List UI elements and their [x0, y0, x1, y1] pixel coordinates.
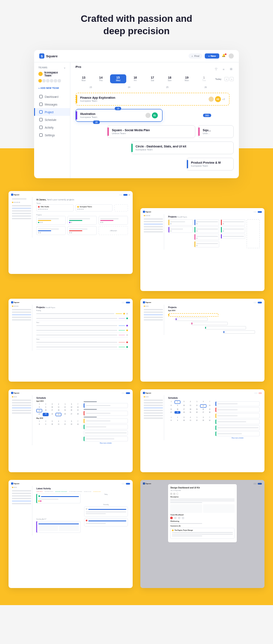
show-more[interactable]: Show more schedule — [215, 437, 260, 439]
duration-pill: 36D — [203, 114, 211, 117]
schedule-icon — [39, 118, 43, 121]
thumb-activity: Square Latest Activity Latest activity — [9, 480, 133, 588]
user-avatar[interactable] — [229, 53, 234, 59]
timeline-area: Pro ▽ ≡ ⊞ 13Mon 14Thu 15Wed 16Fri 17Sat … — [70, 62, 239, 178]
nav-dashboard[interactable]: Dashboard — [34, 93, 70, 100]
thumb-schedule: Square Schedule April 2019 — [9, 389, 133, 472]
more-count: +3 — [222, 98, 225, 100]
progress-pill: 20 — [93, 121, 100, 124]
gantt-bar-product[interactable]: Product Preview & MIconspace Team — [186, 158, 234, 171]
add-team-button[interactable]: + ADD NEW TEAM — [34, 85, 70, 93]
filter-icon[interactable]: ▽ — [213, 67, 218, 72]
logo-icon: S — [39, 53, 44, 59]
settings-icon — [39, 133, 43, 137]
gantt-bar-finance[interactable]: Finance App ExplorationIconspace Team AE… — [76, 93, 229, 106]
nav-project[interactable]: Project — [34, 108, 70, 116]
nav-settings[interactable]: Settings — [34, 131, 70, 139]
sidebar: TEAMS ⌄ Iconspace Team + ADD NEW TEAM Da… — [34, 62, 70, 178]
team-selector[interactable]: Iconspace Team — [34, 69, 70, 79]
messages-icon — [39, 103, 43, 106]
main-app-screenshot: S Square ⌕ Find + New 🔔 TEAMS ⌄ — [34, 50, 239, 178]
greeting: Hi James, here's your currently projects — [36, 198, 128, 201]
teams-section-label: TEAMS ⌄ — [34, 66, 70, 69]
assignee-avatar — [209, 97, 214, 102]
gantt-bar-illustration[interactable]: 15 20 36D IllustrationIconspace Team EL — [76, 109, 163, 122]
today-button[interactable]: Today — [213, 77, 224, 81]
chevron-down-icon[interactable]: ⌄ — [64, 66, 66, 69]
notification-icon[interactable]: 🔔 — [222, 54, 226, 58]
assignee-avatar — [145, 113, 151, 118]
thumb-modal: Square Design Dashboard and UI Kit Tue, … — [140, 480, 264, 588]
day-cell-active[interactable]: 15Wed — [110, 74, 126, 83]
assignee-badge: EL — [152, 112, 158, 118]
next-arrow[interactable]: › — [229, 77, 234, 81]
day-cell[interactable]: 1Tue — [196, 74, 212, 83]
gantt-bar-square-partial[interactable]: Squ...Uran... — [198, 125, 234, 138]
nav-schedule[interactable]: Schedule — [34, 116, 70, 124]
prev-arrow[interactable]: ‹ — [224, 77, 229, 81]
day-cell[interactable]: 14Thu — [93, 74, 109, 83]
thumb-dashboard: Square Hi James, here's your currently p… — [9, 191, 133, 274]
thumb-kanban: Square Projects Show All Projects — [140, 208, 264, 291]
thumb-schedule-2: Square Schedule — [140, 389, 264, 472]
sort-icon[interactable]: ≡ — [221, 67, 226, 72]
timeline-days: 13Mon 14Thu 15Wed 16Fri 17Sat 18Sun 19Mo… — [76, 74, 234, 83]
day-cell[interactable]: 18Sun — [161, 74, 177, 83]
day-cell[interactable]: 19Mon — [179, 74, 195, 83]
thumb-gantt: Square Projects April 2019 — [140, 299, 264, 382]
gantt-bar-circle[interactable]: Circle - Dashboard, Stats, and UI kitIco… — [131, 141, 234, 154]
gantt-bar-square[interactable]: Square - Social Media PlanUranus Team — [107, 125, 195, 138]
modal-overlay: Design Dashboard and UI Kit Tue, 21 Sept… — [140, 480, 264, 588]
nav-messages[interactable]: Messages — [34, 100, 70, 108]
assignee-badge: AE — [215, 96, 221, 102]
day-cell[interactable]: 16Fri — [127, 74, 143, 83]
app-logo[interactable]: S Square — [39, 53, 58, 59]
app-header: S Square ⌕ Find + New 🔔 — [34, 50, 239, 62]
add-project[interactable]: + Add project — [110, 230, 117, 232]
plus-icon: + — [208, 55, 210, 57]
find-button[interactable]: ⌕ Find — [189, 53, 202, 59]
day-cell[interactable]: 13Mon — [76, 74, 92, 83]
dependency-pill: 15 — [115, 107, 122, 110]
new-button[interactable]: + New — [205, 53, 219, 59]
project-icon — [39, 110, 43, 114]
page-title: Pro — [76, 65, 81, 69]
nav-activity[interactable]: Activity — [34, 124, 70, 131]
show-more[interactable]: Show more schedule — [84, 442, 128, 444]
app-name: Square — [46, 54, 58, 58]
project-detail-modal: Design Dashboard and UI Kit Tue, 21 Sept… — [168, 484, 236, 542]
team-members — [34, 79, 70, 85]
dashboard-icon — [39, 95, 43, 98]
hero-title: Crafted with passion and deep precision — [9, 13, 264, 37]
grid-view-icon[interactable]: ⊞ — [229, 67, 234, 72]
modal-title: Design Dashboard and UI Kit — [170, 486, 234, 489]
day-cell[interactable]: 17Sat — [144, 74, 160, 83]
search-icon: ⌕ — [192, 55, 193, 57]
team-icon — [38, 72, 43, 76]
activity-icon — [39, 126, 43, 129]
thumb-list: Square Projects Show All Projects Pendin… — [9, 299, 133, 382]
